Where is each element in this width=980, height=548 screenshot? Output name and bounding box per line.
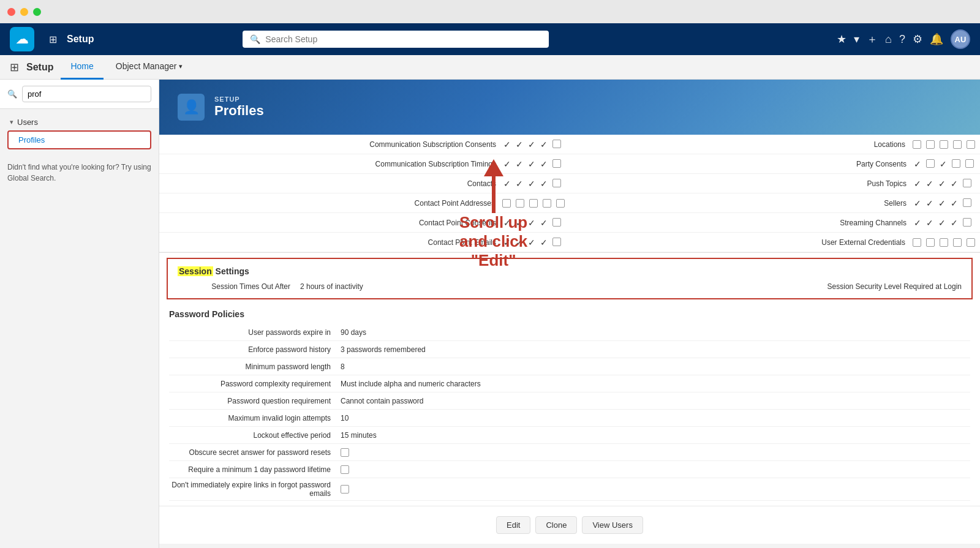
sidebar-category-users[interactable]: ▾ Users xyxy=(7,114,151,130)
content-area: 👤 SETUP Profiles Scroll up and click "Ed… xyxy=(159,80,980,548)
checkbox xyxy=(963,198,971,207)
check-icon: ✓ xyxy=(938,218,946,228)
check-icon: ✓ xyxy=(540,218,548,228)
top-navigation: ☁ ⊞ Setup 🔍 ★ ▾ ＋ ⌂ ? ⚙ 🔔 AU xyxy=(0,23,980,55)
check-icon: ✓ xyxy=(914,218,921,228)
notifications-icon[interactable]: 🔔 xyxy=(930,32,943,46)
table-row: Sellers ✓ ✓ ✓ ✓ xyxy=(570,193,980,213)
check-icon: ✓ xyxy=(951,218,958,228)
new-item-icon[interactable]: ＋ xyxy=(867,32,878,47)
policy-row-0: User passwords expire in 90 days xyxy=(169,324,970,341)
avatar[interactable]: AU xyxy=(951,29,970,49)
check-icon: ✓ xyxy=(503,140,511,149)
policy-label: Don't immediately expire links in forgot… xyxy=(169,481,341,498)
check-cells: ✓ ✓ ✓ ✓ xyxy=(914,179,975,189)
sidebar-hint: Didn't find what you're looking for? Try… xyxy=(0,154,159,191)
check-icon: ✓ xyxy=(516,159,523,169)
policy-label: Obscure secret answer for password reset… xyxy=(169,448,341,457)
policy-value: 10 xyxy=(341,414,349,422)
policy-label: Require a minimum 1 day password lifetim… xyxy=(169,465,341,474)
check-cells: ✓ ✓ xyxy=(914,159,975,169)
policy-row-3: Password complexity requirement Must inc… xyxy=(169,375,970,392)
table-row: Push Topics ✓ ✓ ✓ ✓ xyxy=(570,174,980,193)
sidebar-search-input[interactable] xyxy=(22,86,151,102)
tab-object-manager[interactable]: Object Manager ▾ xyxy=(106,55,193,80)
setup-breadcrumb: SETUP xyxy=(214,96,264,103)
check-cells: ✓ ✓ ✓ ✓ xyxy=(914,198,975,208)
table-row: Contacts ✓ ✓ ✓ ✓ xyxy=(159,174,570,193)
table-row: User External Credentials xyxy=(570,233,980,252)
right-permissions: Locations Party Consents ✓ xyxy=(570,135,980,252)
apps-icon[interactable]: ⊞ xyxy=(10,61,19,74)
session-timeout-label: Session Times Out After xyxy=(178,282,300,291)
security-level-label: Session Security Level Required at Login xyxy=(827,282,962,291)
checkbox xyxy=(913,140,921,149)
checkbox xyxy=(926,159,935,168)
table-row: Communication Subscription Timings ✓ ✓ ✓… xyxy=(159,154,570,174)
maximize-button[interactable] xyxy=(33,8,41,16)
search-setup-input[interactable] xyxy=(265,34,541,44)
home-icon[interactable]: ⌂ xyxy=(885,33,892,46)
object-manager-dropdown-icon: ▾ xyxy=(179,62,183,70)
policy-value: 3 passwords remembered xyxy=(341,345,426,354)
check-icon: ✓ xyxy=(528,179,535,189)
check-icon: ✓ xyxy=(940,159,947,169)
main-layout: 🔍 ▾ Users Profiles Didn't find what you'… xyxy=(0,80,980,548)
grid-icon[interactable]: ⊞ xyxy=(49,34,57,45)
checkbox xyxy=(913,238,921,247)
edit-button[interactable]: Edit xyxy=(496,516,530,534)
check-icon: ✓ xyxy=(503,218,511,228)
policy-value: 8 xyxy=(341,362,345,371)
minimize-button[interactable] xyxy=(20,8,28,16)
check-cells: ✓ ✓ ✓ ✓ xyxy=(503,140,565,149)
session-highlight: Session xyxy=(178,266,213,276)
favorites-dropdown-icon[interactable]: ▾ xyxy=(854,32,859,46)
sidebar-section-users: ▾ Users Profiles xyxy=(0,109,159,154)
check-cells: ✓ ✓ ✓ ✓ xyxy=(503,238,565,247)
policy-row-7: Obscure secret answer for password reset… xyxy=(169,444,970,461)
check-icon: ✓ xyxy=(926,179,933,189)
checkbox-min-day xyxy=(341,465,349,474)
policy-label: Password question requirement xyxy=(169,397,341,405)
policy-row-8: Require a minimum 1 day password lifetim… xyxy=(169,461,970,478)
close-button[interactable] xyxy=(7,8,15,16)
sub-navigation: ⊞ Setup Home Object Manager ▾ xyxy=(0,55,980,80)
tab-home[interactable]: Home xyxy=(61,55,103,80)
content-body: Scroll up and click "Edit" Communication… xyxy=(159,135,980,544)
policy-value xyxy=(341,465,349,474)
policy-value: Must include alpha and numeric character… xyxy=(341,380,481,388)
perm-label: Sellers xyxy=(575,199,914,208)
clone-button[interactable]: Clone xyxy=(535,516,577,534)
perm-label: Contact Point Emails xyxy=(164,238,503,247)
checkbox xyxy=(529,199,538,208)
global-search-bar[interactable]: 🔍 xyxy=(243,31,549,48)
sidebar-search-container[interactable]: 🔍 xyxy=(0,80,159,109)
settings-icon[interactable]: ⚙ xyxy=(913,32,922,46)
policy-row-6: Lockout effective period 15 minutes xyxy=(169,427,970,444)
sidebar-item-profiles[interactable]: Profiles xyxy=(7,130,151,149)
checkbox xyxy=(556,199,565,208)
policy-value: 90 days xyxy=(341,328,366,337)
check-icon: ✓ xyxy=(926,218,933,228)
checkbox xyxy=(965,159,974,168)
table-row: Streaming Channels ✓ ✓ ✓ ✓ xyxy=(570,213,980,233)
view-users-button[interactable]: View Users xyxy=(582,516,643,534)
checkbox xyxy=(552,159,561,168)
favorites-icon[interactable]: ★ xyxy=(837,32,846,46)
perm-label: Communication Subscription Timings xyxy=(164,160,503,168)
perm-label: Contacts xyxy=(164,179,503,188)
perm-label: Contact Point Addresses xyxy=(164,199,502,208)
left-permissions: Communication Subscription Consents ✓ ✓ … xyxy=(159,135,570,252)
check-icon: ✓ xyxy=(528,140,535,149)
policy-value: Cannot contain password xyxy=(341,397,423,405)
policy-label: Lockout effective period xyxy=(169,431,341,440)
checkbox xyxy=(967,238,975,247)
checkbox xyxy=(926,140,935,149)
policy-value xyxy=(341,485,349,494)
policy-label: User passwords expire in xyxy=(169,328,341,337)
policy-row-5: Maximum invalid login attempts 10 xyxy=(169,410,970,427)
check-cells: ✓ ✓ ✓ ✓ xyxy=(914,218,975,228)
table-row: Contact Point Consents ✓ ✓ ✓ ✓ xyxy=(159,213,570,233)
help-icon[interactable]: ? xyxy=(899,33,905,46)
policy-row-2: Minimum password length 8 xyxy=(169,358,970,375)
